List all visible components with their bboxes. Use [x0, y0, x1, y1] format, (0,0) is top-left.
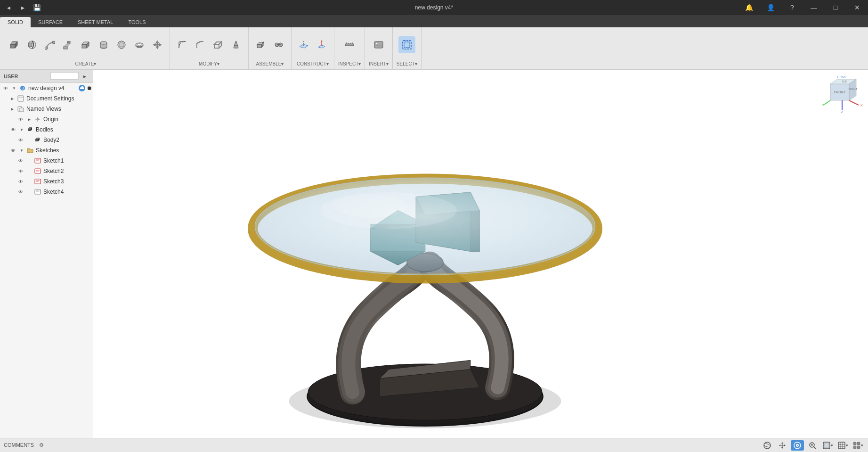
- status-right-area: ▾ ▾ ▾: [761, 440, 864, 451]
- expand-arrow-origin[interactable]: ▶: [26, 116, 32, 122]
- tree-label-body2: Body2: [43, 137, 59, 143]
- insert-tools: [370, 29, 387, 60]
- tree-item-named-views[interactable]: ▶ Named Views: [0, 104, 93, 114]
- tree-item-origin[interactable]: 👁 ▶ Origin: [0, 114, 93, 124]
- canvas-area[interactable]: Z X Y FRONT TOP RIGHT HOME: [93, 70, 868, 438]
- select-label: SELECT▾: [397, 61, 417, 67]
- inspect-tools: [341, 29, 358, 60]
- display-settings-button[interactable]: ▾: [821, 440, 834, 451]
- help-icon[interactable]: ?: [781, 0, 803, 15]
- sketch1-icon: [34, 157, 41, 164]
- expand-arrow-settings[interactable]: ▶: [9, 96, 15, 101]
- chamfer-button[interactable]: [192, 36, 209, 53]
- new-component-button[interactable]: +: [252, 36, 269, 53]
- notifications-icon[interactable]: 🔔: [738, 0, 760, 15]
- svg-point-107: [764, 442, 771, 449]
- sphere-button[interactable]: [113, 36, 130, 53]
- visibility-icon-body2[interactable]: 👁: [17, 136, 24, 144]
- visibility-icon-origin[interactable]: 👁: [17, 115, 24, 123]
- svg-text:FRONT: FRONT: [834, 90, 846, 94]
- expand-arrow-named-views[interactable]: ▶: [9, 106, 15, 112]
- tree-label-doc-settings: Document Settings: [26, 95, 74, 102]
- tab-tools[interactable]: TOOLS: [121, 17, 153, 27]
- expand-arrow-design[interactable]: ▼: [11, 85, 17, 91]
- grid-button[interactable]: ▾: [836, 440, 849, 451]
- cloud-icon[interactable]: [79, 85, 85, 91]
- home-button[interactable]: 💾: [30, 2, 43, 13]
- construct-tools: [295, 29, 330, 60]
- axis-button[interactable]: [313, 36, 330, 53]
- visibility-icon-sketch1[interactable]: 👁: [17, 157, 24, 164]
- tree-label-design-root: new design v4: [28, 85, 65, 91]
- window-controls: 🔔 👤 ? — □ ✕: [738, 0, 868, 15]
- select-button[interactable]: [398, 36, 415, 53]
- tree-item-body2[interactable]: 👁 ▶ Body2: [0, 135, 93, 145]
- look-button[interactable]: [791, 440, 804, 451]
- sweep-button[interactable]: [41, 36, 58, 53]
- view-layout-button[interactable]: ▾: [851, 440, 864, 451]
- tree-item-sketch4[interactable]: 👁 ▶ Sketch4: [0, 187, 93, 197]
- loft-button[interactable]: [59, 36, 76, 53]
- svg-rect-118: [838, 442, 845, 449]
- visibility-icon-sketch4[interactable]: 👁: [17, 188, 24, 196]
- tree-label-origin: Origin: [43, 116, 58, 123]
- plane-button[interactable]: [295, 36, 312, 53]
- tab-surface[interactable]: SURFACE: [31, 17, 70, 27]
- expand-arrow-bodies[interactable]: ▼: [19, 127, 24, 132]
- close-button[interactable]: ✕: [846, 0, 868, 15]
- tree-item-sketch2[interactable]: 👁 ▶ Sketch2: [0, 166, 93, 176]
- svg-rect-25: [214, 44, 219, 48]
- torus-button[interactable]: [131, 36, 148, 53]
- visibility-icon-design[interactable]: 👁: [2, 84, 9, 92]
- fillet-button[interactable]: [174, 36, 191, 53]
- tree-item-design-root[interactable]: 👁 ▼ d new design v4 ⏺: [0, 83, 93, 93]
- panel-expand-icon[interactable]: ▸: [81, 72, 89, 81]
- tree-item-sketches[interactable]: 👁 ▼ Sketches: [0, 145, 93, 156]
- tree-item-doc-settings[interactable]: ▶ Document Settings: [0, 93, 93, 104]
- orbit-button[interactable]: [761, 440, 774, 451]
- svg-text:HOME: HOME: [837, 75, 847, 79]
- minimize-button[interactable]: —: [803, 0, 825, 15]
- svg-rect-42: [345, 44, 354, 46]
- tree-item-bodies[interactable]: 👁 ▼ Bodies: [0, 124, 93, 135]
- visibility-icon-sketches[interactable]: 👁: [9, 147, 17, 154]
- svg-rect-4: [29, 43, 32, 47]
- account-icon[interactable]: 👤: [760, 0, 781, 15]
- tree-item-sketch1[interactable]: 👁 ▶ Sketch1: [0, 156, 93, 166]
- redo-button[interactable]: ▸: [16, 2, 29, 13]
- insert-image-button[interactable]: [370, 36, 387, 53]
- box-button[interactable]: [77, 36, 94, 53]
- settings-icon-status[interactable]: ⚙: [39, 442, 44, 448]
- draft-button[interactable]: [227, 36, 244, 53]
- svg-text:RIGHT: RIGHT: [849, 88, 858, 90]
- svg-point-5: [45, 47, 48, 49]
- viewport[interactable]: Z X Y FRONT TOP RIGHT HOME: [93, 70, 868, 438]
- visibility-icon-sketch2[interactable]: 👁: [17, 167, 24, 175]
- revolve-button[interactable]: [24, 36, 41, 53]
- pan-button[interactable]: [776, 440, 789, 451]
- panel-search-input[interactable]: [50, 72, 79, 80]
- zoom-extents-button[interactable]: [806, 440, 819, 451]
- svg-marker-9: [64, 43, 70, 47]
- measure-button[interactable]: [341, 36, 358, 53]
- visibility-icon-bodies[interactable]: 👁: [9, 126, 17, 133]
- left-controls: ◂ ▸ 💾: [0, 0, 43, 15]
- svg-marker-41: [321, 40, 323, 41]
- svg-point-15: [100, 41, 107, 44]
- radio-icon[interactable]: ⏺: [86, 85, 93, 91]
- expand-arrow-sketches[interactable]: ▼: [19, 148, 24, 153]
- joint-button[interactable]: [270, 36, 287, 53]
- undo-button[interactable]: ◂: [2, 2, 15, 13]
- tab-sheetmetal[interactable]: SHEET METAL: [70, 17, 121, 27]
- viewcube[interactable]: Z X Y FRONT TOP RIGHT HOME: [821, 74, 863, 117]
- move-button[interactable]: [149, 36, 166, 53]
- construct-section: CONSTRUCT▾: [292, 27, 334, 69]
- shell-button[interactable]: [210, 36, 227, 53]
- maximize-button[interactable]: □: [825, 0, 846, 15]
- tree-item-sketch3[interactable]: 👁 ▶ Sketch3: [0, 176, 93, 187]
- visibility-icon-sketch3[interactable]: 👁: [17, 178, 24, 185]
- cylinder-button[interactable]: [95, 36, 112, 53]
- svg-text:TOP: TOP: [842, 80, 847, 83]
- tab-solid[interactable]: SOLID: [0, 17, 31, 27]
- extrude-button[interactable]: [6, 36, 23, 53]
